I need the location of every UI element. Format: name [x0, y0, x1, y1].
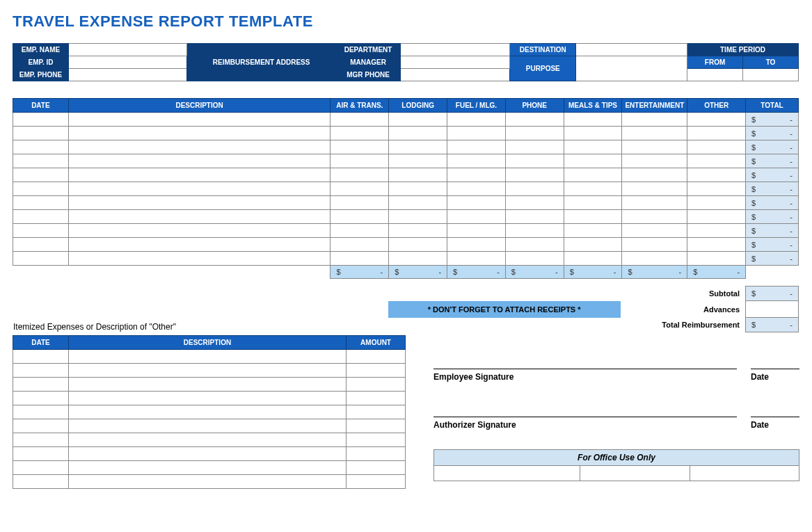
- cell-lodging[interactable]: [389, 252, 447, 266]
- cell-fuel[interactable]: [447, 113, 506, 127]
- cell-meals[interactable]: [564, 154, 622, 168]
- item-date[interactable]: [13, 378, 69, 392]
- cell-other[interactable]: [687, 210, 746, 224]
- item-amount[interactable]: [347, 447, 406, 461]
- item-desc[interactable]: [68, 378, 346, 392]
- item-amount[interactable]: [347, 378, 406, 392]
- cell-fuel[interactable]: [447, 127, 506, 140]
- item-desc[interactable]: [68, 433, 346, 447]
- cell-lodging[interactable]: [389, 168, 447, 182]
- cell-date[interactable]: [13, 113, 69, 127]
- cell-phone[interactable]: [505, 127, 564, 140]
- cell-other[interactable]: [687, 154, 746, 168]
- item-amount[interactable]: [347, 405, 406, 419]
- cell-other[interactable]: [687, 140, 746, 154]
- item-amount[interactable]: [347, 392, 406, 405]
- cell-air[interactable]: [331, 113, 389, 127]
- cell-meals[interactable]: [564, 113, 622, 127]
- cell-desc[interactable]: [68, 238, 331, 252]
- item-date[interactable]: [13, 447, 69, 461]
- cell-date[interactable]: [13, 238, 69, 252]
- cell-lodging[interactable]: [389, 224, 447, 238]
- cell-phone[interactable]: [505, 252, 564, 266]
- cell-date[interactable]: [13, 168, 69, 182]
- item-date[interactable]: [13, 419, 69, 433]
- cell-date[interactable]: [13, 224, 69, 238]
- cell-lodging[interactable]: [389, 154, 447, 168]
- cell-ent[interactable]: [622, 196, 687, 210]
- cell-other[interactable]: [687, 182, 746, 196]
- cell-other[interactable]: [687, 127, 746, 140]
- cell-meals[interactable]: [564, 168, 622, 182]
- cell-fuel[interactable]: [447, 154, 506, 168]
- cell-date[interactable]: [13, 210, 69, 224]
- cell-lodging[interactable]: [389, 182, 447, 196]
- cell-phone[interactable]: [505, 113, 564, 127]
- cell-ent[interactable]: [622, 127, 687, 140]
- cell-desc[interactable]: [68, 252, 331, 266]
- to-input[interactable]: [743, 69, 799, 81]
- item-desc[interactable]: [68, 419, 346, 433]
- cell-ent[interactable]: [622, 224, 687, 238]
- item-amount[interactable]: [347, 364, 406, 378]
- cell-phone[interactable]: [505, 238, 564, 252]
- item-date[interactable]: [13, 350, 69, 364]
- cell-desc[interactable]: [68, 224, 331, 238]
- cell-ent[interactable]: [622, 140, 687, 154]
- cell-date[interactable]: [13, 127, 69, 140]
- item-date[interactable]: [13, 461, 69, 475]
- cell-air[interactable]: [331, 252, 389, 266]
- cell-desc[interactable]: [68, 196, 331, 210]
- cell-lodging[interactable]: [389, 127, 447, 140]
- item-date[interactable]: [13, 405, 69, 419]
- mgr-phone-input[interactable]: [400, 69, 510, 81]
- item-desc[interactable]: [68, 405, 346, 419]
- item-desc[interactable]: [68, 461, 346, 475]
- cell-fuel[interactable]: [447, 140, 506, 154]
- advances-input[interactable]: [746, 301, 799, 318]
- department-input[interactable]: [400, 44, 510, 56]
- cell-ent[interactable]: [622, 113, 687, 127]
- cell-ent[interactable]: [622, 182, 687, 196]
- item-date[interactable]: [13, 364, 69, 378]
- cell-air[interactable]: [331, 140, 389, 154]
- cell-lodging[interactable]: [389, 238, 447, 252]
- cell-phone[interactable]: [505, 154, 564, 168]
- cell-air[interactable]: [331, 168, 389, 182]
- emp-name-input[interactable]: [68, 44, 186, 56]
- cell-air[interactable]: [331, 182, 389, 196]
- cell-phone[interactable]: [505, 182, 564, 196]
- cell-desc[interactable]: [68, 140, 331, 154]
- cell-lodging[interactable]: [389, 210, 447, 224]
- cell-meals[interactable]: [564, 127, 622, 140]
- cell-ent[interactable]: [622, 238, 687, 252]
- destination-input[interactable]: [576, 44, 687, 56]
- item-desc[interactable]: [68, 447, 346, 461]
- cell-fuel[interactable]: [447, 210, 506, 224]
- cell-desc[interactable]: [68, 210, 331, 224]
- cell-air[interactable]: [331, 238, 389, 252]
- cell-air[interactable]: [331, 154, 389, 168]
- cell-fuel[interactable]: [447, 238, 506, 252]
- cell-air[interactable]: [331, 210, 389, 224]
- cell-desc[interactable]: [68, 113, 331, 127]
- item-amount[interactable]: [347, 350, 406, 364]
- cell-lodging[interactable]: [389, 140, 447, 154]
- cell-desc[interactable]: [68, 182, 331, 196]
- cell-meals[interactable]: [564, 210, 622, 224]
- cell-fuel[interactable]: [447, 196, 506, 210]
- cell-air[interactable]: [331, 127, 389, 140]
- cell-date[interactable]: [13, 140, 69, 154]
- item-date[interactable]: [13, 475, 69, 489]
- cell-other[interactable]: [687, 252, 746, 266]
- cell-date[interactable]: [13, 252, 69, 266]
- cell-phone[interactable]: [505, 196, 564, 210]
- cell-fuel[interactable]: [447, 168, 506, 182]
- cell-meals[interactable]: [564, 252, 622, 266]
- cell-fuel[interactable]: [447, 182, 506, 196]
- manager-input[interactable]: [400, 56, 510, 69]
- cell-air[interactable]: [331, 224, 389, 238]
- cell-meals[interactable]: [564, 196, 622, 210]
- item-amount[interactable]: [347, 433, 406, 447]
- item-date[interactable]: [13, 433, 69, 447]
